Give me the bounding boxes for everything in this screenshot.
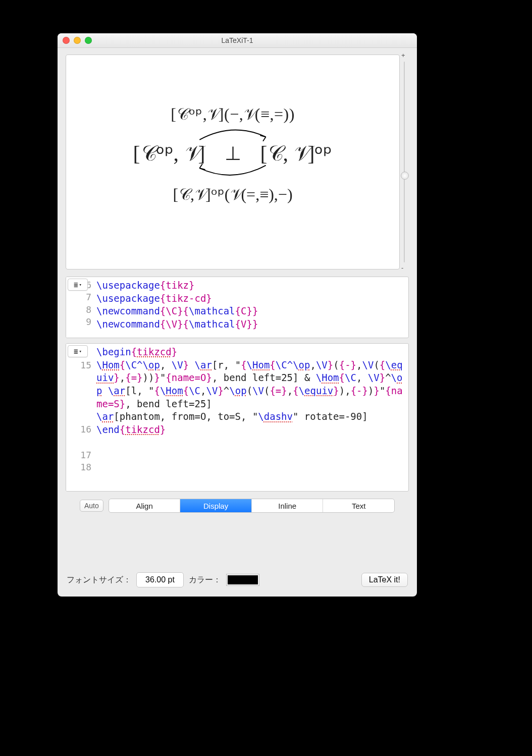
preamble-editor[interactable]: ≣ ▾ 6 7 8 9 \usepackage{tikz} \usepackag…: [66, 277, 409, 338]
body-gutter: 15 16 17 18: [66, 344, 94, 491]
app-window: LaTeXiT-1 [𝒞ᵒᵖ,𝒱](−,𝒱(≡,=)) [𝒞ᵒᵖ, 𝒱] ⊥ […: [58, 33, 417, 597]
preamble-code[interactable]: \usepackage{tikz} \usepackage{tikz-cd} \…: [66, 277, 408, 333]
footer-row: フォントサイズ： カラー： LaTeX it!: [66, 572, 409, 588]
fontsize-input[interactable]: [136, 572, 184, 587]
formula-mid-right: [𝒞, 𝒱]ᵒᵖ: [260, 141, 333, 166]
line-number: 9: [66, 316, 91, 328]
auto-button[interactable]: Auto: [80, 500, 103, 512]
zoom-track: [404, 62, 405, 262]
preview-row: [𝒞ᵒᵖ,𝒱](−,𝒱(≡,=)) [𝒞ᵒᵖ, 𝒱] ⊥ [𝒞, 𝒱]ᵒᵖ: [66, 55, 409, 269]
adjunction-symbol: ⊥: [225, 142, 241, 164]
seg-align[interactable]: Align: [109, 499, 180, 512]
preamble-menu-button[interactable]: ≣ ▾: [68, 279, 88, 291]
body-editor[interactable]: ≣ ▾ 15 16 17 18 \begin{tikzcd} \Hom{\C^\…: [66, 343, 409, 492]
color-swatch[interactable]: [226, 574, 259, 586]
line-number: 15: [66, 359, 91, 371]
line-number: 17: [66, 449, 91, 461]
content-area: [𝒞ᵒᵖ,𝒱](−,𝒱(≡,=)) [𝒞ᵒᵖ, 𝒱] ⊥ [𝒞, 𝒱]ᵒᵖ: [58, 47, 417, 597]
latex-preview: [𝒞ᵒᵖ,𝒱](−,𝒱(≡,=)) [𝒞ᵒᵖ, 𝒱] ⊥ [𝒞, 𝒱]ᵒᵖ: [66, 55, 400, 269]
zoom-slider[interactable]: + -: [400, 55, 409, 269]
titlebar: LaTeXiT-1: [58, 33, 417, 48]
fontsize-label: フォントサイズ：: [67, 575, 131, 585]
line-number: 7: [66, 291, 91, 303]
mode-row: Auto Align Display Inline Text: [66, 499, 409, 513]
latexit-button[interactable]: LaTeX it!: [361, 573, 408, 587]
list-icon: ≣: [74, 280, 78, 290]
seg-inline[interactable]: Inline: [251, 499, 323, 512]
mode-segmented: Align Display Inline Text: [109, 499, 395, 513]
line-number: 16: [66, 423, 91, 436]
arrow-left-icon: [195, 164, 271, 181]
list-icon: ≣: [74, 347, 78, 356]
zoom-thumb[interactable]: [401, 172, 409, 180]
body-menu-button[interactable]: ≣ ▾: [68, 345, 88, 357]
color-label: カラー：: [189, 575, 221, 585]
body-code[interactable]: \begin{tikzcd} \Hom{\C^\op, \V} \ar[r, "…: [66, 344, 408, 438]
formula-mid: [𝒞ᵒᵖ, 𝒱] ⊥ [𝒞, 𝒱]ᵒᵖ: [91, 141, 374, 166]
formula-top-label: [𝒞ᵒᵖ,𝒱](−,𝒱(≡,=)): [91, 104, 374, 124]
formula-mid-left: [𝒞ᵒᵖ, 𝒱]: [133, 141, 205, 166]
zoom-minus-icon: -: [401, 264, 403, 272]
formula-bottom-label: [𝒞,𝒱]ᵒᵖ(𝒱(=,≡),−): [91, 185, 374, 204]
line-number: 8: [66, 304, 91, 316]
line-number: 18: [66, 461, 91, 473]
arrow-right-icon: [195, 125, 271, 142]
seg-text[interactable]: Text: [323, 499, 394, 512]
rendered-formula: [𝒞ᵒᵖ,𝒱](−,𝒱(≡,=)) [𝒞ᵒᵖ, 𝒱] ⊥ [𝒞, 𝒱]ᵒᵖ: [91, 104, 374, 204]
window-title: LaTeXiT-1: [58, 36, 417, 44]
zoom-plus-icon: +: [401, 51, 405, 59]
seg-display[interactable]: Display: [180, 499, 251, 512]
chevron-down-icon: ▾: [79, 348, 82, 354]
chevron-down-icon: ▾: [79, 282, 82, 288]
